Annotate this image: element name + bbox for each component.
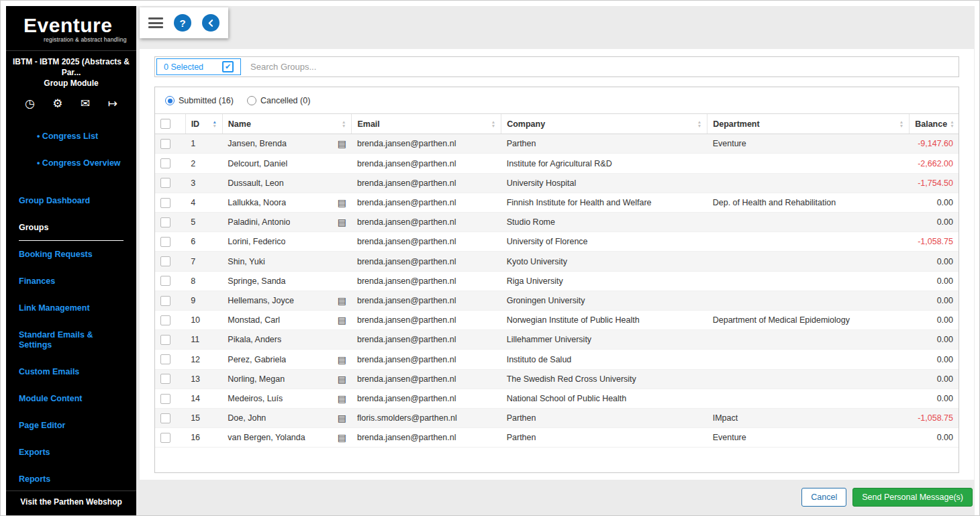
- row-checkbox[interactable]: [160, 217, 170, 227]
- cell-name: Lorini, Federico ▤: [222, 232, 352, 252]
- row-checkbox[interactable]: [160, 178, 170, 188]
- row-checkbox[interactable]: [160, 296, 170, 306]
- webshop-link[interactable]: Visit the Parthen Webshop: [6, 491, 136, 515]
- cell-name: Lallukka, Noora ▤: [222, 193, 352, 212]
- column-header-name[interactable]: Name▲▼: [222, 114, 352, 134]
- header-checkbox-cell: [155, 114, 185, 134]
- help-button[interactable]: ?: [174, 14, 191, 32]
- cell-id: 2: [185, 154, 222, 173]
- cell-id: 8: [185, 271, 222, 291]
- sidebar-item-page-editor[interactable]: Page Editor: [19, 421, 124, 431]
- row-checkbox[interactable]: [160, 394, 170, 404]
- cell-email: brenda.jansen@parthen.nl: [352, 330, 501, 350]
- row-checkbox[interactable]: [160, 315, 170, 325]
- sidebar-item-standard-emails-settings[interactable]: Standard Emails & Settings: [19, 330, 124, 350]
- cancel-button[interactable]: Cancel: [801, 488, 846, 507]
- cell-name: Hellemans, Joyce ▤: [222, 291, 352, 310]
- table-row[interactable]: 9 Hellemans, Joyce ▤ brenda.jansen@parth…: [155, 291, 959, 310]
- person-name: Delcourt, Daniel: [228, 159, 287, 168]
- registration-card-icon[interactable]: ▤: [338, 315, 346, 325]
- table-row[interactable]: 11 Pikala, Anders ▤ brenda.jansen@parthe…: [155, 330, 959, 350]
- table-row[interactable]: 14 Medeiros, Luís ▤ brenda.jansen@parthe…: [155, 389, 959, 408]
- registration-card-icon[interactable]: ▤: [338, 413, 346, 423]
- table-row[interactable]: 5 Paladini, Antonio ▤ brenda.jansen@part…: [155, 213, 959, 232]
- table-row[interactable]: 16 van Bergen, Yolanda ▤ brenda.jansen@p…: [155, 428, 959, 448]
- column-header-department[interactable]: Department▲▼: [707, 114, 910, 134]
- table-row[interactable]: 6 Lorini, Federico ▤ brenda.jansen@parth…: [155, 232, 959, 252]
- sidebar-item-congress-list[interactable]: • Congress List: [19, 132, 124, 142]
- sort-icon: ▲▼: [950, 120, 954, 127]
- row-checkbox[interactable]: [160, 335, 170, 345]
- hamburger-menu-icon[interactable]: [148, 17, 163, 28]
- column-header-email[interactable]: Email▲▼: [352, 114, 501, 134]
- cell-balance: 0.00: [910, 350, 959, 369]
- table-row[interactable]: 8 Springe, Sanda ▤ brenda.jansen@parthen…: [155, 271, 959, 291]
- registration-card-icon[interactable]: ▤: [338, 433, 346, 442]
- registration-card-icon[interactable]: ▤: [338, 198, 346, 207]
- row-checkbox[interactable]: [160, 374, 170, 384]
- cell-company: University Hospital: [501, 173, 707, 193]
- filter-cancelled-0[interactable]: Cancelled (0): [247, 96, 310, 105]
- table-row[interactable]: 13 Norling, Megan ▤ brenda.jansen@parthe…: [155, 369, 959, 389]
- column-label: Name: [228, 119, 251, 129]
- sidebar-item-groups[interactable]: Groups: [19, 223, 124, 241]
- cell-email: brenda.jansen@parthen.nl: [352, 173, 501, 193]
- back-button[interactable]: [202, 14, 219, 32]
- column-header-id[interactable]: ID▲▼: [185, 114, 222, 134]
- send-personal-message-button[interactable]: Send Personal Message(s): [852, 488, 973, 507]
- row-checkbox[interactable]: [160, 413, 170, 423]
- row-checkbox[interactable]: [160, 354, 170, 364]
- registration-card-icon[interactable]: ▤: [338, 217, 346, 227]
- cell-balance: 0.00: [910, 193, 959, 212]
- sidebar-item-finances[interactable]: Finances: [19, 276, 124, 287]
- sidebar-item-congress-overview[interactable]: • Congress Overview: [19, 158, 124, 168]
- row-checkbox[interactable]: [160, 158, 170, 168]
- cell-department: [707, 173, 910, 193]
- selection-search-bar: 0 Selected ✔: [154, 56, 959, 77]
- search-input[interactable]: [242, 57, 959, 76]
- table-row[interactable]: 3 Dussault, Leon ▤ brenda.jansen@parthen…: [155, 173, 959, 193]
- selected-count-control[interactable]: 0 Selected ✔: [156, 58, 241, 75]
- app: Eventure registration & abstract handlin…: [6, 6, 975, 515]
- registration-card-icon[interactable]: ▤: [338, 296, 346, 305]
- sidebar-item-reports[interactable]: Reports: [19, 474, 124, 484]
- select-all-checkbox[interactable]: ✔: [222, 61, 234, 72]
- row-checkbox-cell: [155, 291, 185, 310]
- sidebar-item-link-management[interactable]: Link Management: [19, 303, 124, 313]
- row-checkbox[interactable]: [160, 237, 170, 247]
- cell-id: 13: [185, 369, 222, 389]
- settings-gear-icon[interactable]: ⚙: [52, 98, 62, 109]
- table-row[interactable]: 4 Lallukka, Noora ▤ brenda.jansen@parthe…: [155, 193, 959, 212]
- cell-company: Institute for Agricultural R&D: [501, 154, 707, 173]
- row-checkbox[interactable]: [160, 256, 170, 266]
- row-checkbox[interactable]: [160, 139, 170, 149]
- cell-name: Jansen, Brenda ▤: [222, 134, 352, 154]
- table-row[interactable]: 1 Jansen, Brenda ▤ brenda.jansen@parthen…: [155, 134, 959, 154]
- table-row[interactable]: 2 Delcourt, Daniel ▤ brenda.jansen@parth…: [155, 154, 959, 173]
- sidebar-item-booking-requests[interactable]: Booking Requests: [19, 250, 124, 260]
- sidebar-item-custom-emails[interactable]: Custom Emails: [19, 367, 124, 377]
- filter-submitted-16[interactable]: Submitted (16): [165, 96, 234, 105]
- sidebar-item-exports[interactable]: Exports: [19, 448, 124, 458]
- filter-label: Cancelled (0): [260, 96, 310, 105]
- row-checkbox[interactable]: [160, 198, 170, 208]
- table-row[interactable]: 12 Perez, Gabriela ▤ brenda.jansen@parth…: [155, 350, 959, 369]
- table-row[interactable]: 15 Doe, John ▤ floris.smolders@parthen.n…: [155, 409, 959, 428]
- registration-card-icon[interactable]: ▤: [338, 139, 346, 148]
- header-checkbox[interactable]: [160, 119, 170, 129]
- row-checkbox[interactable]: [160, 433, 170, 443]
- registration-card-icon[interactable]: ▤: [338, 374, 346, 384]
- column-header-balance[interactable]: Balance▲▼: [910, 114, 959, 134]
- sidebar-item-module-content[interactable]: Module Content: [19, 394, 124, 404]
- history-icon[interactable]: ◷: [25, 98, 35, 109]
- registration-card-icon[interactable]: ▤: [338, 394, 346, 403]
- registration-card-icon[interactable]: ▤: [338, 355, 346, 364]
- column-header-company[interactable]: Company▲▼: [501, 114, 707, 134]
- table-row[interactable]: 7 Shin, Yuki ▤ brenda.jansen@parthen.nl …: [155, 252, 959, 271]
- sidebar-item-group-dashboard[interactable]: Group Dashboard: [19, 196, 124, 206]
- cell-department: [707, 252, 910, 271]
- row-checkbox[interactable]: [160, 276, 170, 286]
- table-row[interactable]: 10 Monstad, Carl ▤ brenda.jansen@parthen…: [155, 311, 959, 330]
- messages-envelope-icon[interactable]: ✉: [81, 98, 90, 109]
- logout-icon[interactable]: ↦: [108, 98, 117, 109]
